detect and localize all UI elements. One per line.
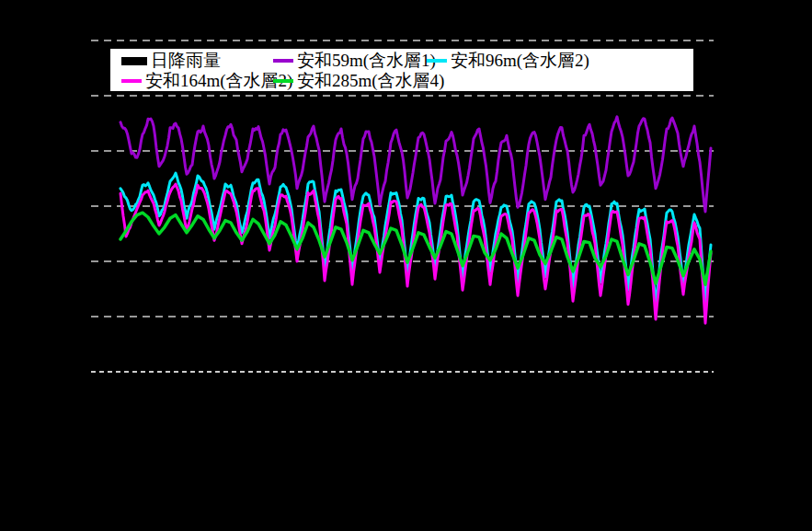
legend-label-rainfall: 日降雨量	[151, 51, 221, 71]
legend-label-anhe-96m: 安和96m(含水層2)	[451, 51, 589, 71]
legend-label-anhe-164m: 安和164m(含水層2)	[145, 71, 292, 91]
legend-swatch-anhe-164m	[121, 79, 142, 83]
legend-label-anhe-59m: 安和59m(含水層1)	[297, 51, 436, 71]
groundwater-level-chart: 日降雨量 安和59m(含水層1) 安和96m(含水層2) 安和164m(含水層2…	[0, 0, 812, 531]
chart-legend: 日降雨量 安和59m(含水層1) 安和96m(含水層2) 安和164m(含水層2…	[109, 48, 694, 92]
legend-swatch-rainfall	[121, 57, 147, 65]
legend-item-rainfall: 日降雨量	[121, 51, 221, 71]
legend-swatch-anhe-59m	[273, 59, 293, 63]
legend-item-anhe-285m: 安和285m(含水層4)	[273, 71, 444, 91]
legend-label-anhe-285m: 安和285m(含水層4)	[297, 71, 444, 91]
legend-swatch-anhe-96m	[427, 59, 447, 63]
legend-item-anhe-59m: 安和59m(含水層1)	[273, 51, 436, 71]
legend-item-anhe-96m: 安和96m(含水層2)	[427, 51, 589, 71]
legend-swatch-anhe-285m	[273, 79, 293, 83]
legend-item-anhe-164m: 安和164m(含水層2)	[121, 71, 292, 91]
